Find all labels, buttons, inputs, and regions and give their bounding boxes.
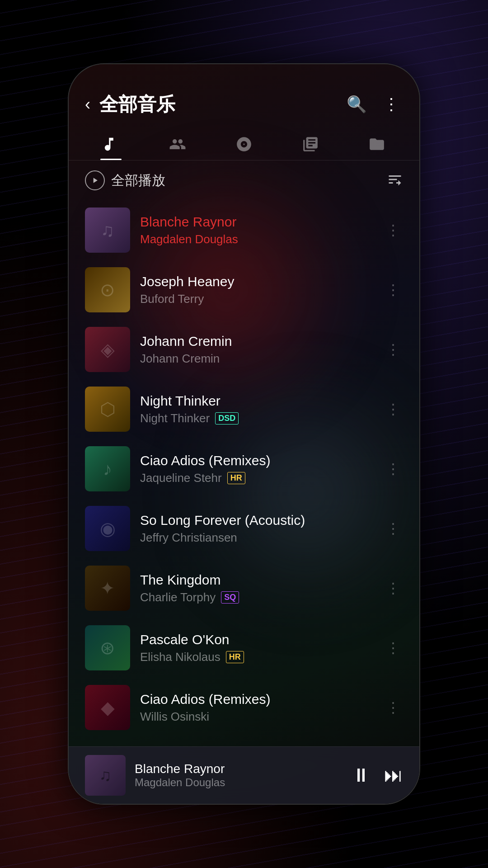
song-more-button[interactable]: ⋮ xyxy=(383,396,403,422)
phone-frame: ‹ 全部音乐 🔍 ⋮ xyxy=(68,63,420,805)
now-playing-artist: Magdalen Douglas xyxy=(135,776,343,789)
song-info: Ciao Adios (Remixes) Willis Osinski xyxy=(140,692,373,724)
song-item[interactable]: ♫ Blanche Raynor Magdalen Douglas ⋮ xyxy=(69,200,419,260)
song-title: Ciao Adios (Remixes) xyxy=(140,692,373,707)
tab-folder[interactable] xyxy=(359,131,394,160)
song-artist: Jaqueline Stehr HR xyxy=(140,471,373,485)
song-info: Blanche Raynor Magdalen Douglas xyxy=(140,214,373,246)
quality-badge: DSD xyxy=(215,412,239,425)
song-artwork: ⊛ xyxy=(85,625,130,670)
song-artwork: ♫ xyxy=(85,208,130,253)
song-artwork: ◉ xyxy=(85,506,130,551)
play-all-row: 全部播放 xyxy=(69,160,419,200)
song-more-button[interactable]: ⋮ xyxy=(383,694,403,721)
artist-icon xyxy=(169,136,186,153)
quality-badge: SQ xyxy=(221,591,239,604)
song-artwork: ◆ xyxy=(85,685,130,730)
song-item[interactable]: ⬡ Night Thinker Night Thinker DSD ⋮ xyxy=(69,379,419,439)
more-menu-button[interactable]: ⋮ xyxy=(380,91,403,118)
song-info: Night Thinker Night Thinker DSD xyxy=(140,393,373,425)
quality-badge: HR xyxy=(227,472,245,484)
song-title: So Long Forever (Acoustic) xyxy=(140,513,373,528)
now-playing-controls: ⏸ ⏭ xyxy=(352,764,403,786)
next-button[interactable]: ⏭ xyxy=(384,764,403,786)
tab-artist[interactable] xyxy=(160,131,195,160)
song-item[interactable]: ◉ So Long Forever (Acoustic) Jeffry Chri… xyxy=(69,499,419,558)
song-artist: Elisha Nikolaus HR xyxy=(140,650,373,664)
now-playing-title: Blanche Raynor xyxy=(135,762,343,776)
song-more-button[interactable]: ⋮ xyxy=(383,336,403,363)
song-artist: Johann Cremin xyxy=(140,352,373,366)
song-info: Johann Cremin Johann Cremin xyxy=(140,334,373,366)
tab-album[interactable] xyxy=(226,131,262,160)
back-button[interactable]: ‹ xyxy=(85,95,90,114)
now-playing-info: Blanche Raynor Magdalen Douglas xyxy=(135,762,343,789)
song-artwork: ⬡ xyxy=(85,387,130,432)
music-icon xyxy=(103,136,120,153)
song-more-button[interactable]: ⋮ xyxy=(383,515,403,542)
song-info: Ciao Adios (Remixes) Jaqueline Stehr HR xyxy=(140,453,373,485)
song-info: Joseph Heaney Buford Terry xyxy=(140,274,373,306)
song-more-button[interactable]: ⋮ xyxy=(383,456,403,482)
sort-button[interactable] xyxy=(387,171,403,189)
screen: ‹ 全部音乐 🔍 ⋮ xyxy=(69,64,419,804)
song-artwork: ⊙ xyxy=(85,267,130,312)
library-icon xyxy=(302,136,319,153)
tab-music[interactable] xyxy=(94,131,129,160)
song-artist: Buford Terry xyxy=(140,292,373,306)
song-artist: Willis Osinski xyxy=(140,710,373,724)
song-title: Johann Cremin xyxy=(140,334,373,349)
song-item[interactable]: ✦ The Kingdom Charlie Torphy SQ ⋮ xyxy=(69,558,419,618)
search-button[interactable]: 🔍 xyxy=(343,91,371,118)
folder-icon xyxy=(368,136,385,153)
song-item[interactable]: ◈ Johann Cremin Johann Cremin ⋮ xyxy=(69,320,419,379)
song-more-button[interactable]: ⋮ xyxy=(383,277,403,303)
song-artwork: ♪ xyxy=(85,446,130,491)
song-more-button[interactable]: ⋮ xyxy=(383,635,403,661)
song-artist: Magdalen Douglas xyxy=(140,232,373,246)
song-title: The Kingdom xyxy=(140,572,373,588)
song-artwork: ✦ xyxy=(85,566,130,611)
sort-icon xyxy=(387,171,403,188)
song-info: Pascale O'Kon Elisha Nikolaus HR xyxy=(140,632,373,664)
song-info: The Kingdom Charlie Torphy SQ xyxy=(140,572,373,604)
song-artist: Night Thinker DSD xyxy=(140,411,373,425)
song-title: Night Thinker xyxy=(140,393,373,409)
song-item[interactable]: ⊛ Pascale O'Kon Elisha Nikolaus HR ⋮ xyxy=(69,618,419,678)
song-title: Pascale O'Kon xyxy=(140,632,373,647)
song-more-button[interactable]: ⋮ xyxy=(383,575,403,601)
song-title: Ciao Adios (Remixes) xyxy=(140,453,373,468)
song-list: ♫ Blanche Raynor Magdalen Douglas ⋮ ⊙ Jo… xyxy=(69,200,419,746)
tab-library[interactable] xyxy=(293,131,328,160)
page-title: 全部音乐 xyxy=(99,92,334,117)
song-item[interactable]: ♪ Ciao Adios (Remixes) Jaqueline Stehr H… xyxy=(69,439,419,499)
song-title: Blanche Raynor xyxy=(140,214,373,230)
song-info: So Long Forever (Acoustic) Jeffry Christ… xyxy=(140,513,373,545)
now-playing-artwork: ♫ xyxy=(85,755,126,796)
song-artwork: ◈ xyxy=(85,327,130,372)
nav-tabs xyxy=(69,127,419,160)
pause-button[interactable]: ⏸ xyxy=(352,764,371,786)
quality-badge: HR xyxy=(226,651,244,663)
play-all-label: 全部播放 xyxy=(111,171,165,190)
play-all-icon xyxy=(85,170,105,190)
song-artist: Jeffry Christiansen xyxy=(140,531,373,545)
header: ‹ 全部音乐 🔍 ⋮ xyxy=(69,64,419,127)
now-playing-bar[interactable]: ♫ Blanche Raynor Magdalen Douglas ⏸ ⏭ xyxy=(69,746,419,804)
song-item[interactable]: ⊙ Joseph Heaney Buford Terry ⋮ xyxy=(69,260,419,320)
album-icon xyxy=(235,136,253,153)
play-all-button[interactable]: 全部播放 xyxy=(85,170,380,190)
song-item[interactable]: ◆ Ciao Adios (Remixes) Willis Osinski ⋮ xyxy=(69,678,419,737)
song-artist: Charlie Torphy SQ xyxy=(140,590,373,604)
song-more-button[interactable]: ⋮ xyxy=(383,217,403,243)
song-title: Joseph Heaney xyxy=(140,274,373,289)
